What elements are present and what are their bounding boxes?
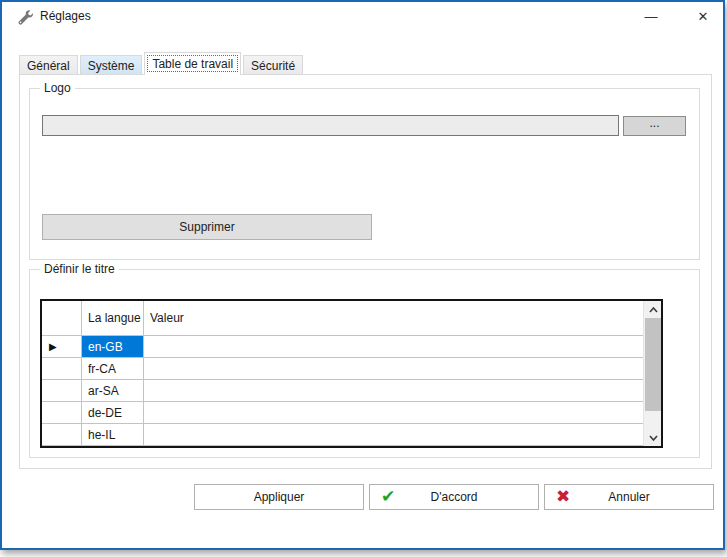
tab-table-de-travail[interactable]: Table de travail [144,52,241,75]
cell-value-fr-CA[interactable] [144,358,643,380]
column-header-langue[interactable]: La langue [82,301,144,336]
ok-button[interactable]: ✔ D'accord [369,484,539,510]
screen: Réglages — ✕ Général Système Table de tr… [0,0,727,557]
cell-lang-en-GB[interactable]: en-GB [82,336,144,358]
browse-button[interactable]: ... [623,116,686,136]
cancel-button-label: Annuler [608,490,649,504]
tab-systeme[interactable]: Système [80,55,143,75]
language-grid: La langue Valeur ▶ en-GB fr-CA [40,299,663,448]
tab-securite-label: Sécurité [251,59,295,73]
tab-general-label: Général [27,59,70,73]
grid-vertical-scrollbar[interactable] [643,301,661,446]
cell-value-de-DE[interactable] [144,402,643,424]
grid-row-fr-CA: fr-CA [42,358,643,380]
cell-value-ar-SA[interactable] [144,380,643,402]
row-header[interactable] [42,380,82,402]
tab-systeme-label: Système [88,59,135,73]
minimize-button[interactable]: — [634,2,668,30]
grid-body: La langue Valeur ▶ en-GB fr-CA [42,301,643,446]
delete-logo-button[interactable]: Supprimer [42,214,372,240]
cell-lang-fr-CA[interactable]: fr-CA [82,358,144,380]
cell-value-he-IL[interactable] [144,424,643,446]
scroll-up-button[interactable] [644,301,662,318]
x-icon: ✖ [556,486,570,507]
grid-corner-header [42,301,82,336]
tab-table-de-travail-label: Table de travail [152,57,233,71]
row-header[interactable] [42,402,82,424]
scroll-down-icon [649,435,658,441]
apply-button-label: Appliquer [254,490,305,504]
row-header[interactable] [42,358,82,380]
tab-general[interactable]: Général [19,55,78,75]
tab-securite[interactable]: Sécurité [243,55,303,75]
cancel-button[interactable]: ✖ Annuler [544,484,714,510]
cell-lang-he-IL[interactable]: he-IL [82,424,144,446]
settings-dialog: Réglages — ✕ Général Système Table de tr… [0,0,725,550]
grid-row-en-GB: ▶ en-GB [42,336,643,358]
grid-row-ar-SA: ar-SA [42,380,643,402]
column-header-valeur[interactable]: Valeur [144,301,643,336]
logo-group-label: Logo [40,81,75,95]
ok-button-label: D'accord [431,490,478,504]
title-group-label: Définir le titre [40,262,119,276]
grid-header-row: La langue Valeur [42,301,643,336]
window-title: Réglages [40,9,91,23]
logo-path-input[interactable] [42,115,619,136]
scroll-up-icon [649,307,658,313]
cell-lang-de-DE[interactable]: de-DE [82,402,144,424]
tab-strip: Général Système Table de travail Sécurit… [19,52,305,75]
wrench-icon [17,9,33,25]
current-row-arrow-icon: ▶ [49,341,57,352]
row-header-current[interactable]: ▶ [42,336,82,358]
apply-button[interactable]: Appliquer [194,484,364,510]
cell-value-en-GB[interactable] [144,336,643,358]
scroll-down-button[interactable] [644,429,662,446]
grid-row-de-DE: de-DE [42,402,643,424]
grid-row-he-IL: he-IL [42,424,643,446]
cell-lang-ar-SA[interactable]: ar-SA [82,380,144,402]
scrollbar-thumb[interactable] [645,318,661,411]
check-icon: ✔ [381,486,395,507]
row-header[interactable] [42,424,82,446]
close-button[interactable]: ✕ [686,2,720,30]
titlebar[interactable]: Réglages — ✕ [2,2,723,32]
